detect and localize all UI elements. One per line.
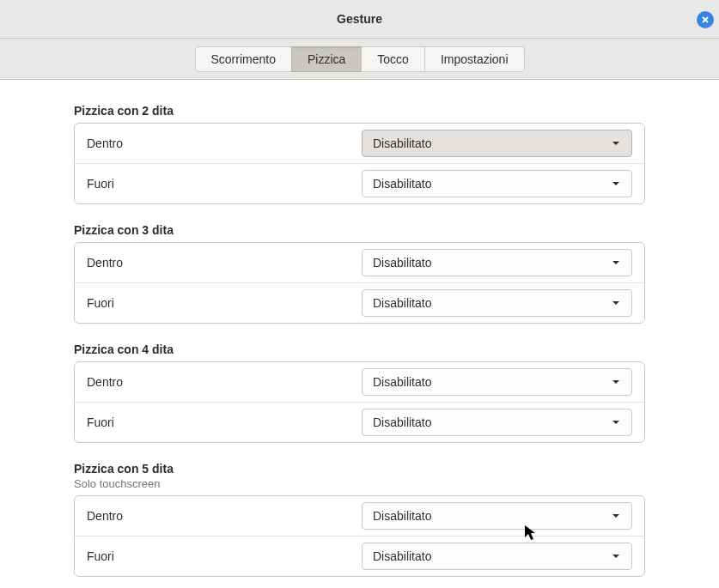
setting-control: Disabilitato xyxy=(360,502,633,530)
group-title: Pizzica con 3 dita xyxy=(74,223,645,237)
setting-control: Disabilitato xyxy=(360,249,633,276)
combo-value: Disabilitato xyxy=(373,509,431,523)
gesture-group: Pizzica con 5 ditaSolo touchscreenDentro… xyxy=(74,462,645,577)
setting-control: Disabilitato xyxy=(360,543,633,570)
combo-value: Disabilitato xyxy=(373,136,431,150)
setting-row: FuoriDisabilitato xyxy=(75,163,644,203)
setting-label: Fuori xyxy=(87,415,360,429)
view-switcher: Scorrimento Pizzica Tocco Impostazioni xyxy=(195,46,525,72)
action-combo[interactable]: Disabilitato xyxy=(362,409,632,436)
window-controls xyxy=(642,0,714,39)
settings-card: DentroDisabilitatoFuoriDisabilitato xyxy=(74,123,645,204)
setting-row: DentroDisabilitato xyxy=(75,243,644,282)
action-combo[interactable]: Disabilitato xyxy=(362,543,632,570)
combo-value: Disabilitato xyxy=(373,415,431,429)
gesture-group: Pizzica con 3 ditaDentroDisabilitatoFuor… xyxy=(74,223,645,324)
settings-card: DentroDisabilitatoFuoriDisabilitato xyxy=(74,361,645,443)
gesture-group: Pizzica con 2 ditaDentroDisabilitatoFuor… xyxy=(74,104,645,204)
setting-control: Disabilitato xyxy=(360,289,633,317)
action-combo[interactable]: Disabilitato xyxy=(362,130,632,157)
action-combo[interactable]: Disabilitato xyxy=(362,368,632,396)
chevron-down-icon xyxy=(611,179,621,189)
tab-impostazioni[interactable]: Impostazioni xyxy=(424,46,525,72)
settings-card: DentroDisabilitatoFuoriDisabilitato xyxy=(74,242,645,324)
action-combo[interactable]: Disabilitato xyxy=(362,170,632,197)
setting-label: Dentro xyxy=(87,509,360,523)
chevron-down-icon xyxy=(611,551,621,561)
window-title: Gesture xyxy=(337,12,382,26)
tab-pizzica[interactable]: Pizzica xyxy=(291,46,362,72)
chevron-down-icon xyxy=(611,511,621,521)
headerbar: Gesture xyxy=(0,0,719,39)
action-combo[interactable]: Disabilitato xyxy=(362,502,632,530)
gesture-group: Pizzica con 4 ditaDentroDisabilitatoFuor… xyxy=(74,342,645,443)
toolbar: Scorrimento Pizzica Tocco Impostazioni xyxy=(0,39,719,80)
close-button[interactable] xyxy=(697,11,714,28)
setting-label: Fuori xyxy=(87,296,360,310)
setting-row: FuoriDisabilitato xyxy=(75,536,644,576)
setting-row: DentroDisabilitato xyxy=(75,362,644,402)
combo-value: Disabilitato xyxy=(373,256,431,270)
action-combo[interactable]: Disabilitato xyxy=(362,249,632,276)
setting-control: Disabilitato xyxy=(360,130,633,157)
chevron-down-icon xyxy=(611,377,621,387)
minimize-button[interactable] xyxy=(642,11,659,28)
setting-row: FuoriDisabilitato xyxy=(75,402,644,442)
setting-label: Fuori xyxy=(87,177,360,191)
chevron-down-icon xyxy=(611,138,621,149)
chevron-down-icon xyxy=(611,417,621,427)
setting-label: Fuori xyxy=(87,549,360,563)
group-title: Pizzica con 2 dita xyxy=(74,104,645,118)
group-title: Pizzica con 5 dita xyxy=(74,462,645,476)
maximize-button[interactable] xyxy=(669,11,686,28)
setting-control: Disabilitato xyxy=(360,170,633,197)
setting-control: Disabilitato xyxy=(360,409,633,436)
content: Pizzica con 2 ditaDentroDisabilitatoFuor… xyxy=(0,80,719,588)
setting-label: Dentro xyxy=(87,375,360,389)
tab-tocco[interactable]: Tocco xyxy=(361,46,425,72)
action-combo[interactable]: Disabilitato xyxy=(362,289,632,317)
setting-label: Dentro xyxy=(87,256,360,270)
combo-value: Disabilitato xyxy=(373,177,431,191)
chevron-down-icon xyxy=(611,258,621,268)
setting-label: Dentro xyxy=(87,136,360,150)
combo-value: Disabilitato xyxy=(373,375,431,389)
group-subtitle: Solo touchscreen xyxy=(74,477,645,490)
settings-card: DentroDisabilitatoFuoriDisabilitato xyxy=(74,495,645,577)
setting-row: FuoriDisabilitato xyxy=(75,282,644,323)
setting-control: Disabilitato xyxy=(360,368,633,396)
chevron-down-icon xyxy=(611,298,621,308)
group-title: Pizzica con 4 dita xyxy=(74,342,645,356)
setting-row: DentroDisabilitato xyxy=(75,124,644,163)
combo-value: Disabilitato xyxy=(373,549,431,563)
svg-rect-1 xyxy=(675,16,681,22)
tab-scorrimento[interactable]: Scorrimento xyxy=(195,46,292,72)
setting-row: DentroDisabilitato xyxy=(75,496,644,536)
combo-value: Disabilitato xyxy=(373,296,431,310)
